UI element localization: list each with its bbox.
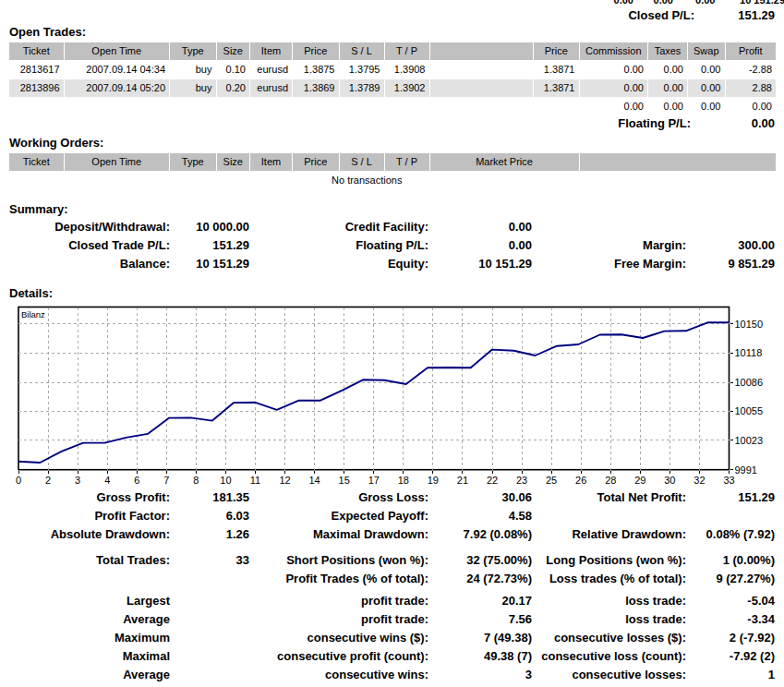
chart-x-label: 30 [664, 475, 675, 486]
summary-item-value: 151.29 [172, 236, 249, 254]
summary-item-label: Equity: [251, 255, 428, 272]
summary-item-value: 0.00 [430, 218, 532, 235]
stat-item-label: consecutive losses ($): [534, 629, 686, 646]
stat-item-value: 20.17 [430, 592, 532, 609]
chart-x-label: 11 [250, 475, 260, 486]
open-trade-cell: eurusd [250, 61, 292, 78]
open-trade-cell: 1.3871 [534, 61, 579, 78]
working-orders-header-size: Size [217, 153, 250, 171]
chart-x-label: 32 [694, 475, 705, 486]
stat-item-label: Maximum [11, 629, 170, 646]
chart-x-label: 10 [220, 475, 231, 486]
working-orders-header-s-l: S / L [340, 153, 384, 171]
stat-item-label: Gross Profit: [11, 488, 170, 506]
stat-item-value: -5.04 [688, 592, 775, 609]
working-orders-header-price: Price [293, 153, 339, 171]
chart-x-label: 28 [605, 475, 616, 486]
stat-item-label: Long Positions (won %): [534, 551, 686, 569]
stat-item-value: -3.34 [688, 610, 775, 628]
chart-x-label: 23 [516, 475, 527, 486]
open-trades-header-taxes: Taxes [648, 42, 687, 60]
stat-item-value: 30.06 [430, 488, 532, 506]
stat-item-label: Average [11, 610, 170, 628]
closed-totals-value: 10 151.29 [730, 0, 784, 6]
summary-item-value: 0.00 [430, 236, 532, 254]
stat-item-label: consecutive wins ($): [251, 629, 428, 646]
chart-x-label: 8 [193, 475, 199, 486]
chart-x-label: 15 [339, 475, 350, 486]
chart-x-label: 3 [75, 475, 80, 486]
open-trade-cell: 1.3875 [293, 61, 339, 78]
stat-item-label: consecutive losses: [534, 666, 686, 683]
stat-item-label: Largest [11, 592, 170, 609]
open-trades-header-s-l: S / L [340, 42, 384, 60]
open-trade-cell: 0.00 [688, 79, 725, 97]
stat-item-value: 1 (0.00%) [688, 551, 775, 569]
balance-chart: 0234678101112141517181921222325262829303… [0, 302, 784, 487]
stat-item-label: Expected Payoff: [251, 507, 428, 524]
open-trade-cell: 2813896 [9, 79, 64, 97]
chart-x-label: 7 [163, 475, 169, 486]
stat-item-label: Maximal [11, 647, 170, 665]
stat-item-value: 7 (49.38) [430, 629, 532, 646]
open-trade-cell: 2813617 [9, 61, 64, 78]
closed-pl-value: 151.29 [738, 9, 775, 22]
chart-y-label: 10055 [735, 405, 764, 416]
chart-x-label: 0 [16, 475, 21, 486]
open-trade-cell: 0.00 [580, 61, 648, 78]
chart-x-label: 21 [457, 475, 468, 486]
summary-title: Summary: [9, 203, 68, 216]
summary-item-label: Floating P/L: [251, 236, 428, 254]
stat-item-label: consecutive loss (count): [534, 647, 686, 665]
closed-totals-value: 0.00 [660, 0, 716, 6]
chart-y-label: 10118 [735, 347, 763, 358]
closed-pl-label: Closed P/L: [628, 9, 694, 22]
stat-item-value: 4.58 [430, 507, 532, 524]
stat-item-value: 7.92 (0.08%) [430, 525, 532, 543]
open-trades-total: 0.00 [580, 98, 648, 115]
chart-x-label: 14 [309, 475, 320, 486]
summary-item-label: Closed Trade P/L: [11, 236, 170, 254]
open-trade-cell: eurusd [250, 79, 292, 97]
working-orders-empty-message: No transactions [9, 172, 725, 189]
open-trade-cell: 0.10 [217, 61, 250, 78]
open-trades-total: 0.00 [648, 98, 687, 115]
stat-item-label: loss trade: [534, 610, 686, 628]
open-trade-cell: buy [170, 79, 216, 97]
floating-pl-value: 0.00 [646, 117, 775, 130]
summary-item-label: Deposit/Withdrawal: [11, 218, 170, 235]
chart-x-label: 4 [104, 475, 110, 486]
details-title: Details: [9, 287, 53, 300]
chart-x-label: 29 [634, 475, 645, 486]
open-trade-cell: 0.00 [688, 61, 725, 78]
stat-item-value: 6.03 [172, 507, 249, 524]
open-trades-header-profit: Profit [726, 42, 777, 60]
open-trades-header-swap: Swap [688, 42, 725, 60]
open-trades-header-t-p: T / P [385, 42, 429, 60]
stat-item-value: 24 (72.73%) [430, 570, 532, 587]
open-trade-cell: 1.3869 [293, 79, 339, 97]
open-trade-cell: 0.00 [648, 79, 687, 97]
open-trades-header-open-time: Open Time [65, 42, 170, 60]
summary-item-label: Balance: [11, 255, 170, 272]
chart-y-label: 10150 [735, 319, 764, 330]
stat-item-label: consecutive profit (count): [251, 647, 428, 665]
open-trade-cell: 2.88 [726, 79, 777, 97]
open-trades-header-item: Item [250, 42, 292, 60]
stat-item-label: Short Positions (won %): [251, 551, 428, 569]
open-trade-cell: 0.20 [217, 79, 250, 97]
stat-item-value: 151.29 [688, 488, 775, 506]
stat-item-label: consecutive wins: [251, 666, 428, 683]
summary-item-value: 10 151.29 [430, 255, 532, 272]
chart-x-label: 19 [428, 475, 439, 486]
chart-y-label: 10023 [735, 435, 764, 446]
summary-item-value: 300.00 [688, 236, 775, 254]
open-trade-cell: 1.3795 [340, 61, 384, 78]
working-orders-header-ticket: Ticket [9, 153, 64, 171]
stat-item-label: Maximal Drawdown: [251, 525, 428, 543]
stat-item-value: 32 (75.00%) [430, 551, 532, 569]
summary-item-value: 10 151.29 [172, 255, 249, 272]
stat-item-value: 1.26 [172, 525, 249, 543]
stat-item-value: 9 (27.27%) [688, 570, 775, 587]
open-trade-cell: 1.3902 [385, 79, 429, 97]
